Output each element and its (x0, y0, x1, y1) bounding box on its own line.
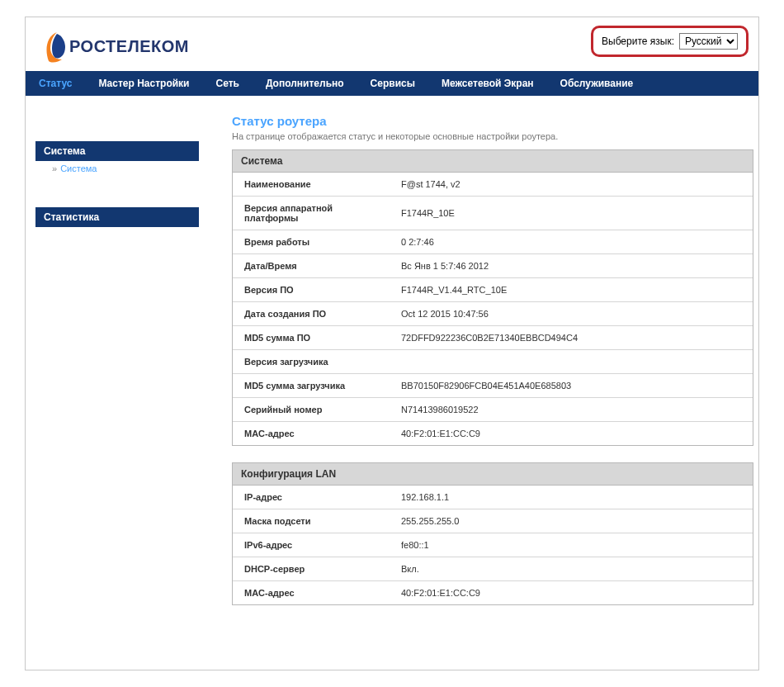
system-value: F1744R_10E (390, 197, 753, 230)
header: РОСТЕЛЕКОМ Выберите язык: РусскийEnglish (26, 17, 758, 71)
language-label: Выберите язык: (602, 36, 674, 47)
system-key: Дата создания ПО (233, 302, 390, 326)
table-row: Время работы0 2:7:46 (233, 230, 753, 254)
system-key: Версия аппаратной платформы (233, 197, 390, 230)
system-panel: Система НаименованиеF@st 1744, v2Версия … (232, 149, 753, 446)
table-row: Версия аппаратной платформыF1744R_10E (233, 197, 753, 230)
system-value: 0 2:7:46 (390, 230, 753, 254)
system-value (390, 350, 753, 374)
nav-item-4[interactable]: Сервисы (357, 71, 428, 96)
nav-item-1[interactable]: Мастер Настройки (85, 71, 202, 96)
system-key: Наименование (233, 173, 390, 197)
lan-key: IPv6-адрес (233, 533, 390, 557)
lan-key: MAC-адрес (233, 581, 390, 605)
lan-value: Вкл. (390, 557, 753, 581)
nav-item-2[interactable]: Сеть (202, 71, 252, 96)
page-description: На странице отображается статус и некото… (232, 131, 753, 141)
table-row: Маска подсети255.255.255.0 (233, 509, 753, 533)
table-row: MD5 сумма загрузчикаBB70150F82906FCB04E4… (233, 374, 753, 398)
table-row: НаименованиеF@st 1744, v2 (233, 173, 753, 197)
table-row: DHCP-серверВкл. (233, 557, 753, 581)
nav-item-6[interactable]: Обслуживание (547, 71, 647, 96)
table-row: IP-адрес192.168.1.1 (233, 486, 753, 509)
system-key: MD5 сумма ПО (233, 326, 390, 350)
table-row: Версия загрузчика (233, 350, 753, 374)
system-value: F1744R_V1.44_RTC_10E (390, 278, 753, 302)
lan-value: 40:F2:01:E1:CC:C9 (390, 581, 753, 605)
page-title: Статус роутера (232, 114, 753, 128)
table-row: Дата/ВремяВс Янв 1 5:7:46 2012 (233, 254, 753, 278)
system-key: Дата/Время (233, 254, 390, 278)
lan-key: DHCP-сервер (233, 557, 390, 581)
system-key: MAC-адрес (233, 422, 390, 446)
system-key: Время работы (233, 230, 390, 254)
system-key: MD5 сумма загрузчика (233, 374, 390, 398)
nav-item-3[interactable]: Дополнительно (253, 71, 357, 96)
main-nav: СтатусМастер НастройкиСетьДополнительноС… (26, 71, 758, 96)
nav-item-0[interactable]: Статус (26, 71, 85, 96)
lan-key: Маска подсети (233, 509, 390, 533)
system-value: F@st 1744, v2 (390, 173, 753, 197)
content-area: Система»СистемаСтатистика Статус роутера… (26, 96, 758, 630)
lan-table: IP-адрес192.168.1.1Маска подсети255.255.… (233, 486, 753, 604)
logo-text: РОСТЕЛЕКОМ (69, 37, 189, 56)
system-value: Вс Янв 1 5:7:46 2012 (390, 254, 753, 278)
sidebar-link[interactable]: Система (60, 163, 97, 173)
sidebar-item: »Система (35, 161, 199, 176)
lan-value: 192.168.1.1 (390, 486, 753, 509)
system-panel-title: Система (233, 150, 753, 173)
lan-value: fe80::1 (390, 533, 753, 557)
language-selector-box: Выберите язык: РусскийEnglish (591, 26, 749, 57)
system-value: N71413986019522 (390, 398, 753, 422)
sidebar: Система»СистемаСтатистика (26, 96, 199, 227)
language-select[interactable]: РусскийEnglish (679, 33, 738, 50)
table-row: IPv6-адресfe80::1 (233, 533, 753, 557)
lan-key: IP-адрес (233, 486, 390, 509)
system-value: 40:F2:01:E1:CC:C9 (390, 422, 753, 446)
system-value: 72DFFD922236C0B2E71340EBBCD494C4 (390, 326, 753, 350)
main-panel: Статус роутера На странице отображается … (199, 96, 758, 630)
system-key: Версия загрузчика (233, 350, 390, 374)
nav-item-5[interactable]: Межсетевой Экран (428, 71, 547, 96)
rostelecom-logo-icon (44, 30, 67, 63)
system-value: BB70150F82906FCB04E451A40E685803 (390, 374, 753, 398)
lan-value: 255.255.255.0 (390, 509, 753, 533)
table-row: MAC-адрес40:F2:01:E1:CC:C9 (233, 581, 753, 605)
app-window: РОСТЕЛЕКОМ Выберите язык: РусскийEnglish… (25, 17, 759, 670)
table-row: Серийный номерN71413986019522 (233, 398, 753, 422)
table-row: MAC-адрес40:F2:01:E1:CC:C9 (233, 422, 753, 446)
table-row: Версия ПОF1744R_V1.44_RTC_10E (233, 278, 753, 302)
sidebar-section-title[interactable]: Система (35, 141, 199, 161)
system-key: Серийный номер (233, 398, 390, 422)
table-row: MD5 сумма ПО72DFFD922236C0B2E71340EBBCD4… (233, 326, 753, 350)
lan-panel: Конфигурация LAN IP-адрес192.168.1.1Маск… (232, 462, 753, 605)
system-value: Oct 12 2015 10:47:56 (390, 302, 753, 326)
sidebar-section-title[interactable]: Статистика (35, 207, 199, 227)
lan-panel-title: Конфигурация LAN (233, 463, 753, 486)
chevron-right-icon: » (52, 163, 57, 173)
system-key: Версия ПО (233, 278, 390, 302)
table-row: Дата создания ПОOct 12 2015 10:47:56 (233, 302, 753, 326)
system-table: НаименованиеF@st 1744, v2Версия аппаратн… (233, 173, 753, 445)
